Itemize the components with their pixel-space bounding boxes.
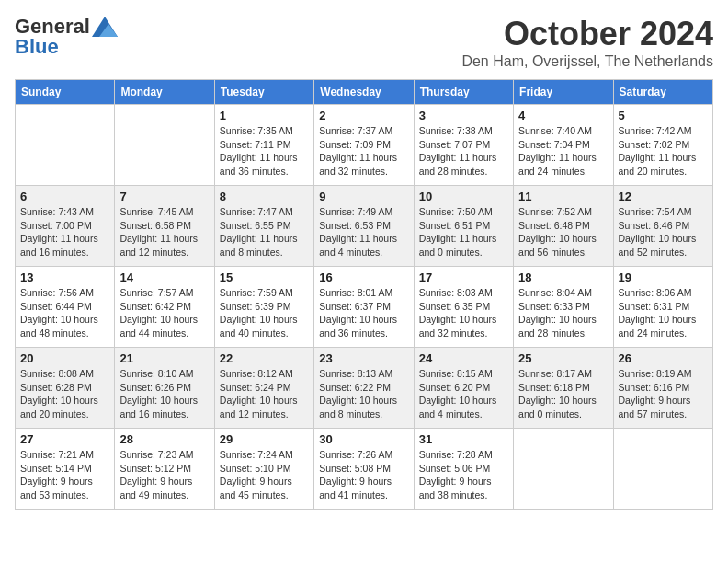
calendar-cell: 23Sunrise: 8:13 AM Sunset: 6:22 PM Dayli…: [314, 348, 414, 429]
week-row-2: 6Sunrise: 7:43 AM Sunset: 7:00 PM Daylig…: [16, 186, 713, 267]
day-number: 21: [119, 351, 209, 365]
calendar-cell: 28Sunrise: 7:23 AM Sunset: 5:12 PM Dayli…: [115, 429, 214, 510]
calendar-cell: 5Sunrise: 7:42 AM Sunset: 7:02 PM Daylig…: [613, 105, 712, 186]
day-number: 2: [319, 109, 408, 122]
day-number: 5: [619, 109, 708, 122]
day-info: Sunrise: 7:21 AM Sunset: 5:14 PM Dayligh…: [20, 448, 109, 502]
calendar-cell: 9Sunrise: 7:49 AM Sunset: 6:53 PM Daylig…: [314, 186, 414, 267]
calendar-cell: 12Sunrise: 7:54 AM Sunset: 6:46 PM Dayli…: [613, 186, 712, 267]
calendar-table: SundayMondayTuesdayWednesdayThursdayFrid…: [15, 79, 713, 510]
day-info: Sunrise: 7:50 AM Sunset: 6:51 PM Dayligh…: [419, 205, 508, 259]
day-number: 30: [319, 432, 408, 446]
logo-icon: [92, 17, 118, 37]
day-info: Sunrise: 8:03 AM Sunset: 6:35 PM Dayligh…: [419, 286, 508, 340]
month-title: October 2024: [461, 15, 713, 53]
day-number: 12: [619, 190, 708, 203]
calendar-cell: [514, 429, 613, 510]
day-number: 10: [419, 190, 508, 203]
calendar-cell: 15Sunrise: 7:59 AM Sunset: 6:39 PM Dayli…: [214, 267, 313, 348]
calendar-cell: 25Sunrise: 8:17 AM Sunset: 6:18 PM Dayli…: [514, 348, 613, 429]
day-info: Sunrise: 8:08 AM Sunset: 6:28 PM Dayligh…: [20, 367, 109, 421]
day-number: 31: [419, 432, 508, 446]
header-tuesday: Tuesday: [214, 80, 313, 105]
day-number: 6: [20, 190, 109, 203]
day-number: 24: [419, 351, 508, 365]
day-number: 4: [518, 109, 608, 122]
header-saturday: Saturday: [613, 80, 712, 105]
day-number: 7: [119, 190, 209, 203]
day-info: Sunrise: 8:06 AM Sunset: 6:31 PM Dayligh…: [619, 286, 708, 340]
calendar-cell: 17Sunrise: 8:03 AM Sunset: 6:35 PM Dayli…: [414, 267, 513, 348]
day-info: Sunrise: 8:19 AM Sunset: 6:16 PM Dayligh…: [619, 367, 708, 421]
calendar-cell: 30Sunrise: 7:26 AM Sunset: 5:08 PM Dayli…: [314, 429, 414, 510]
week-row-5: 27Sunrise: 7:21 AM Sunset: 5:14 PM Dayli…: [16, 429, 713, 510]
calendar-cell: 10Sunrise: 7:50 AM Sunset: 6:51 PM Dayli…: [414, 186, 513, 267]
calendar-cell: 21Sunrise: 8:10 AM Sunset: 6:26 PM Dayli…: [115, 348, 214, 429]
day-number: 22: [220, 351, 309, 365]
day-number: 17: [419, 270, 508, 284]
calendar-cell: 24Sunrise: 8:15 AM Sunset: 6:20 PM Dayli…: [414, 348, 513, 429]
title-block: October 2024 Den Ham, Overijssel, The Ne…: [461, 15, 713, 70]
calendar-cell: [613, 429, 712, 510]
calendar-cell: 27Sunrise: 7:21 AM Sunset: 5:14 PM Dayli…: [16, 429, 115, 510]
day-info: Sunrise: 7:26 AM Sunset: 5:08 PM Dayligh…: [319, 448, 408, 502]
calendar-cell: 31Sunrise: 7:28 AM Sunset: 5:06 PM Dayli…: [414, 429, 513, 510]
calendar-cell: [16, 105, 115, 186]
calendar-cell: 2Sunrise: 7:37 AM Sunset: 7:09 PM Daylig…: [314, 105, 414, 186]
calendar-cell: 4Sunrise: 7:40 AM Sunset: 7:04 PM Daylig…: [514, 105, 613, 186]
day-info: Sunrise: 7:42 AM Sunset: 7:02 PM Dayligh…: [619, 124, 708, 178]
day-number: 8: [220, 190, 309, 203]
day-info: Sunrise: 7:24 AM Sunset: 5:10 PM Dayligh…: [220, 448, 309, 502]
day-number: 11: [518, 190, 608, 203]
day-info: Sunrise: 7:45 AM Sunset: 6:58 PM Dayligh…: [119, 205, 209, 259]
header-row: SundayMondayTuesdayWednesdayThursdayFrid…: [16, 80, 713, 105]
calendar-cell: 13Sunrise: 7:56 AM Sunset: 6:44 PM Dayli…: [16, 267, 115, 348]
day-info: Sunrise: 7:28 AM Sunset: 5:06 PM Dayligh…: [419, 448, 508, 502]
day-info: Sunrise: 8:10 AM Sunset: 6:26 PM Dayligh…: [119, 367, 209, 421]
calendar-cell: [115, 105, 214, 186]
day-info: Sunrise: 8:12 AM Sunset: 6:24 PM Dayligh…: [220, 367, 309, 421]
calendar-cell: 7Sunrise: 7:45 AM Sunset: 6:58 PM Daylig…: [115, 186, 214, 267]
day-info: Sunrise: 7:59 AM Sunset: 6:39 PM Dayligh…: [220, 286, 309, 340]
day-number: 15: [220, 270, 309, 284]
week-row-4: 20Sunrise: 8:08 AM Sunset: 6:28 PM Dayli…: [16, 348, 713, 429]
day-number: 25: [518, 351, 608, 365]
day-info: Sunrise: 7:57 AM Sunset: 6:42 PM Dayligh…: [119, 286, 209, 340]
calendar-cell: 6Sunrise: 7:43 AM Sunset: 7:00 PM Daylig…: [16, 186, 115, 267]
calendar-cell: 18Sunrise: 8:04 AM Sunset: 6:33 PM Dayli…: [514, 267, 613, 348]
header-friday: Friday: [514, 80, 613, 105]
day-info: Sunrise: 7:40 AM Sunset: 7:04 PM Dayligh…: [518, 124, 608, 178]
calendar-cell: 14Sunrise: 7:57 AM Sunset: 6:42 PM Dayli…: [115, 267, 214, 348]
calendar-header: SundayMondayTuesdayWednesdayThursdayFrid…: [16, 80, 713, 105]
header-wednesday: Wednesday: [314, 80, 414, 105]
day-number: 13: [20, 270, 109, 284]
day-info: Sunrise: 8:17 AM Sunset: 6:18 PM Dayligh…: [518, 367, 608, 421]
day-number: 16: [319, 270, 408, 284]
day-info: Sunrise: 7:47 AM Sunset: 6:55 PM Dayligh…: [220, 205, 309, 259]
calendar-cell: 8Sunrise: 7:47 AM Sunset: 6:55 PM Daylig…: [214, 186, 313, 267]
day-number: 20: [20, 351, 109, 365]
header-sunday: Sunday: [16, 80, 115, 105]
day-number: 18: [518, 270, 608, 284]
day-number: 3: [419, 109, 508, 122]
day-info: Sunrise: 7:35 AM Sunset: 7:11 PM Dayligh…: [220, 124, 309, 178]
day-number: 29: [220, 432, 309, 446]
day-info: Sunrise: 8:13 AM Sunset: 6:22 PM Dayligh…: [319, 367, 408, 421]
calendar-body: 1Sunrise: 7:35 AM Sunset: 7:11 PM Daylig…: [16, 105, 713, 510]
logo-blue-text: Blue: [15, 35, 59, 59]
day-number: 9: [319, 190, 408, 203]
calendar-cell: 3Sunrise: 7:38 AM Sunset: 7:07 PM Daylig…: [414, 105, 513, 186]
day-info: Sunrise: 7:37 AM Sunset: 7:09 PM Dayligh…: [319, 124, 408, 178]
calendar-cell: 20Sunrise: 8:08 AM Sunset: 6:28 PM Dayli…: [16, 348, 115, 429]
day-info: Sunrise: 7:54 AM Sunset: 6:46 PM Dayligh…: [619, 205, 708, 259]
calendar-cell: 11Sunrise: 7:52 AM Sunset: 6:48 PM Dayli…: [514, 186, 613, 267]
day-number: 28: [119, 432, 209, 446]
calendar-cell: 19Sunrise: 8:06 AM Sunset: 6:31 PM Dayli…: [613, 267, 712, 348]
day-info: Sunrise: 7:43 AM Sunset: 7:00 PM Dayligh…: [20, 205, 109, 259]
week-row-3: 13Sunrise: 7:56 AM Sunset: 6:44 PM Dayli…: [16, 267, 713, 348]
calendar-cell: 26Sunrise: 8:19 AM Sunset: 6:16 PM Dayli…: [613, 348, 712, 429]
day-info: Sunrise: 7:52 AM Sunset: 6:48 PM Dayligh…: [518, 205, 608, 259]
week-row-1: 1Sunrise: 7:35 AM Sunset: 7:11 PM Daylig…: [16, 105, 713, 186]
day-number: 26: [619, 351, 708, 365]
day-number: 1: [220, 109, 309, 122]
